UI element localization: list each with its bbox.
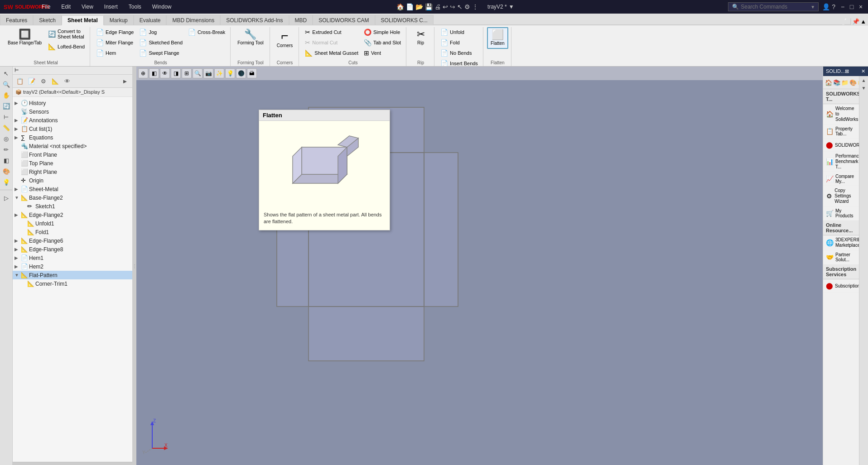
close-button[interactable]: × bbox=[857, 3, 864, 10]
file-explorer-icon[interactable]: 📁 bbox=[841, 78, 849, 87]
tree-top-plane[interactable]: ⬜ Top Plane bbox=[13, 159, 132, 168]
swept-flange-button[interactable]: 📄 Swept Flange bbox=[137, 48, 185, 58]
lofted-bend-button[interactable]: 📐 Lofted-Bend bbox=[46, 42, 87, 52]
menu-insert[interactable]: Insert bbox=[102, 3, 120, 11]
section-tool-button[interactable]: ◧ bbox=[1, 155, 11, 165]
welcome-item[interactable]: 🏠 Welcome toSolidWorks bbox=[823, 104, 859, 125]
fold-button[interactable]: 📄 Fold bbox=[438, 38, 480, 48]
home-icon[interactable]: 🏠 bbox=[396, 3, 404, 10]
right-panel-close-icon[interactable]: ✕ bbox=[861, 68, 865, 74]
ambient-button[interactable]: 💡 bbox=[225, 68, 235, 78]
tab-features[interactable]: Features bbox=[0, 15, 33, 25]
tree-edge-flange8[interactable]: ▶ 📐 Edge-Flange8 bbox=[13, 245, 132, 254]
annotation-tool-button[interactable]: ✏ bbox=[1, 144, 11, 154]
tree-sketch1[interactable]: ✏ Sketch1 bbox=[13, 202, 132, 211]
reference-tool-button[interactable]: ◎ bbox=[1, 134, 11, 144]
tree-flat-pattern[interactable]: ▼ 📐 Flat-Pattern bbox=[13, 271, 132, 279]
question-icon[interactable]: ? bbox=[832, 3, 835, 10]
display-manager-button[interactable]: 👁 bbox=[62, 76, 72, 86]
no-bends-button[interactable]: 📄 No Bends bbox=[438, 48, 480, 58]
user-icon[interactable]: 👤 bbox=[822, 3, 830, 10]
new-file-icon[interactable]: 📄 bbox=[406, 3, 414, 10]
vent-button[interactable]: ⊞ Vent bbox=[362, 48, 403, 58]
sidebar-resize-handle[interactable] bbox=[13, 462, 132, 465]
compare-item[interactable]: 📈 Compare My... bbox=[823, 172, 859, 186]
scene-button[interactable]: 🏔 bbox=[247, 68, 257, 78]
hide-show-button[interactable]: 👁 bbox=[160, 68, 170, 78]
tab-mbd-dimensions[interactable]: MBD Dimensions bbox=[166, 15, 220, 25]
base-flange-button[interactable]: 🔲 Base Flange/Tab bbox=[5, 27, 45, 48]
tree-material[interactable]: 🔩 Material <not specified> bbox=[13, 142, 132, 150]
tree-corner-trim1[interactable]: 📐 Corner-Trim1 bbox=[13, 279, 132, 288]
filter-tool-button[interactable]: ⊢ bbox=[1, 112, 11, 122]
copy-settings-item[interactable]: ⚙ Copy SettingsWizard bbox=[823, 186, 859, 206]
measure-tool-button[interactable]: 📏 bbox=[1, 123, 11, 133]
view-orient-button[interactable]: ⊕ bbox=[138, 68, 148, 78]
right-scroll-down-icon[interactable]: ▼ bbox=[862, 86, 866, 91]
select-tool-button[interactable]: ↖ bbox=[1, 68, 11, 78]
save-icon[interactable]: 💾 bbox=[425, 3, 433, 10]
design-library-icon[interactable]: 📚 bbox=[833, 78, 840, 87]
simulation-tool-button[interactable]: ▷ bbox=[1, 193, 11, 203]
partner-item[interactable]: 🤝 Partner Solut... bbox=[823, 250, 859, 264]
insert-bends-button[interactable]: 📄 Insert Bends bbox=[438, 58, 480, 66]
dim-expert-button[interactable]: 📐 bbox=[50, 76, 61, 86]
camera-button[interactable]: 📷 bbox=[203, 68, 213, 78]
view-palette-icon[interactable]: 🎨 bbox=[849, 78, 857, 87]
search-scope-icon[interactable]: ▼ bbox=[810, 5, 815, 10]
normal-cut-button[interactable]: ✂ Normal Cut bbox=[303, 38, 361, 48]
undo-icon[interactable]: ↩ bbox=[443, 3, 448, 10]
simple-hole-button[interactable]: ⭕ Simple Hole bbox=[362, 27, 403, 37]
magnify-button[interactable]: 🔍 bbox=[193, 68, 203, 78]
rebuild-icon[interactable]: ⚙ bbox=[464, 3, 470, 10]
rip-button[interactable]: ✂ Rip bbox=[412, 27, 430, 48]
sidebar-collapse-handle[interactable]: ⋮ bbox=[133, 67, 136, 465]
tree-sensors[interactable]: 📡 Sensors bbox=[13, 107, 132, 116]
edge-flange-button[interactable]: 📄 Edge Flange bbox=[94, 27, 136, 37]
pan-tool-button[interactable]: ✋ bbox=[1, 90, 11, 100]
minimize-ribbon-icon[interactable]: ▲ bbox=[860, 18, 866, 25]
expand-panel-icon[interactable]: ⬜ bbox=[844, 18, 851, 25]
options-icon[interactable]: ⋮ bbox=[472, 3, 478, 10]
my-products-item[interactable]: 🛒 My Products bbox=[823, 206, 859, 221]
tab-sw-addins[interactable]: SOLIDWORKS Add-Ins bbox=[220, 15, 289, 25]
property-tab-item[interactable]: 📋 Property Tab... bbox=[823, 125, 859, 139]
tree-edge-flange6[interactable]: ▶ 📐 Edge-Flange6 bbox=[13, 236, 132, 245]
tree-equations[interactable]: ▶ ∑ Equations bbox=[13, 133, 132, 142]
miter-flange-button[interactable]: 📄 Miter Flange bbox=[94, 38, 136, 48]
open-icon[interactable]: 📂 bbox=[415, 3, 423, 10]
tab-markup[interactable]: Markup bbox=[104, 15, 134, 25]
redo-icon[interactable]: ↪ bbox=[450, 3, 455, 10]
tab-mbd[interactable]: MBD bbox=[289, 15, 313, 25]
benchmark-item[interactable]: 📊 PerformanceBenchmark T... bbox=[823, 152, 859, 172]
tree-history[interactable]: ▶ 🕐 History bbox=[13, 99, 132, 107]
hem-button[interactable]: 📄 Hem bbox=[94, 48, 136, 58]
tree-edge-flange2[interactable]: ▶ 📐 Edge-Flange2 bbox=[13, 211, 132, 219]
tree-cut-list[interactable]: ▶ 📋 Cut list(1) bbox=[13, 125, 132, 133]
pin-panel-icon[interactable]: 📌 bbox=[852, 18, 859, 25]
jog-button[interactable]: 📄 Jog bbox=[137, 27, 185, 37]
menu-edit[interactable]: Edit bbox=[59, 3, 72, 11]
menu-file[interactable]: File bbox=[40, 3, 52, 11]
tree-right-plane[interactable]: ⬜ Right Plane bbox=[13, 168, 132, 176]
view-focus-button[interactable]: ⊞ bbox=[182, 68, 192, 78]
property-manager-button[interactable]: 📝 bbox=[26, 76, 37, 86]
tree-annotations[interactable]: ▶ 📝 Annotations bbox=[13, 116, 132, 125]
tab-sketch[interactable]: Sketch bbox=[33, 15, 62, 25]
tab-sw-c[interactable]: SOLIDWORKS C... bbox=[375, 15, 434, 25]
tree-unfold1[interactable]: 📐 Unfold1 bbox=[13, 219, 132, 228]
extruded-cut-button[interactable]: ✂ Extruded Cut bbox=[303, 27, 361, 37]
appearance-tool-button[interactable]: 🎨 bbox=[1, 166, 11, 176]
right-scroll-up-icon[interactable]: ▲ bbox=[862, 78, 866, 83]
section-view-button[interactable]: ◨ bbox=[171, 68, 181, 78]
cursor-icon[interactable]: ↖ bbox=[457, 3, 463, 10]
unfold-button[interactable]: 📄 Unfold bbox=[438, 27, 480, 37]
tree-front-plane[interactable]: ⬜ Front Plane bbox=[13, 150, 132, 159]
zoom-tool-button[interactable]: 🔍 bbox=[1, 79, 11, 89]
shadows-button[interactable]: 🌑 bbox=[236, 68, 246, 78]
rotate-tool-button[interactable]: 🔄 bbox=[1, 101, 11, 111]
menu-tools[interactable]: Tools bbox=[127, 3, 143, 11]
display-style-button[interactable]: ◧ bbox=[149, 68, 159, 78]
menu-window[interactable]: Window bbox=[150, 3, 174, 11]
flatten-button[interactable]: ⬜ Flatten bbox=[487, 27, 508, 49]
